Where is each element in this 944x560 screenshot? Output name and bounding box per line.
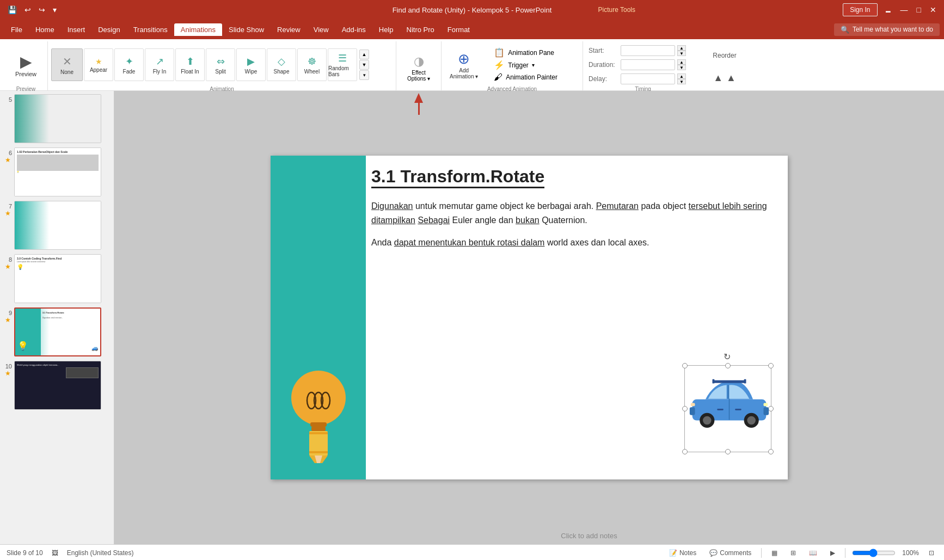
duration-down-arrow[interactable]: ▼ [677,65,686,70]
slide-thumb-7[interactable]: 7 ★ [2,200,112,251]
main-area: 5 6 ★ 1.02 Perkenalan BerseObject dan Sc… [0,91,944,544]
car-container[interactable]: ↻ [684,365,771,452]
svg-rect-24 [744,379,746,384]
slide-view-icon: 🖼 [52,549,58,557]
wheel-label: Wheel [304,69,320,75]
split-icon: ⇔ [217,56,225,67]
menu-home[interactable]: Home [29,23,61,36]
delay-input[interactable] [621,73,675,84]
status-divider-2 [845,548,845,558]
effect-options-button[interactable]: ◑ Effect Options ▾ [400,50,438,87]
scroll-more-button[interactable]: ▾ [359,70,369,80]
move-earlier-button[interactable]: ▲ [713,72,723,84]
delay-down-arrow[interactable]: ▼ [677,79,686,84]
normal-view-button[interactable]: ▦ [768,548,781,558]
delay-label: Delay: [589,75,618,83]
tell-me-box[interactable]: 🔍 Tell me what you want to do [834,23,940,36]
svg-rect-5 [311,427,326,431]
add-notes-prompt[interactable]: Click to add notes [234,532,944,540]
handle-bottom-left[interactable] [682,449,688,454]
animation-fade-button[interactable]: ✦ Fade [114,48,144,81]
animation-appear-button[interactable]: ★ Appear [84,48,113,81]
handle-top-center[interactable] [725,363,731,368]
handle-top-left[interactable] [682,363,688,368]
customize-icon[interactable]: ▾ [51,4,59,15]
trigger-button[interactable]: ⚡ Trigger ▾ [492,59,560,71]
menu-slideshow[interactable]: Slide Show [222,23,271,36]
menu-addins[interactable]: Add-ins [335,23,372,36]
menu-file[interactable]: File [4,23,29,36]
svg-point-19 [747,416,756,425]
menu-review[interactable]: Review [271,23,307,36]
delay-up-arrow[interactable]: ▲ [677,73,686,79]
sign-in-button[interactable]: Sign In [843,3,877,16]
slide-star-9: ★ [5,316,11,324]
start-down-arrow[interactable]: ▼ [677,51,686,56]
animation-pane-button[interactable]: 📋 Animation Pane [492,46,560,59]
menu-help[interactable]: Help [372,23,400,36]
slide-thumb-6[interactable]: 6 ★ 1.02 Perkenalan BerseObject dan Scal… [2,146,112,198]
handle-bottom-center[interactable] [725,449,731,454]
split-label: Split [215,69,225,75]
animation-painter-button[interactable]: 🖌 Animation Painter [492,71,560,83]
animation-randombars-button[interactable]: ☰ Random Bars [328,48,357,81]
maximize-icon[interactable]: □ [915,4,923,15]
slide-count: Slide 9 of 10 [7,549,43,557]
animation-wipe-button[interactable]: ▶ Wipe [236,48,266,81]
scroll-down-button[interactable]: ▼ [359,60,369,70]
animation-pane-icon: 📋 [494,47,505,58]
slide-thumb-8[interactable]: 8 ★ 3.0 Contoh Coding Transform.Find Lor… [2,253,112,304]
menu-format[interactable]: Format [441,23,476,36]
duration-input[interactable] [621,59,675,70]
comments-button[interactable]: 💬 Comments [706,548,755,558]
slide-thumb-9[interactable]: 9 ★ 3.1 Transform.Rotate Digunakan untuk… [2,306,112,358]
preview-button[interactable]: ▶ Preview [11,51,41,79]
animation-floatin-button[interactable]: ⬆ Float In [175,48,205,81]
appear-label: Appear [90,67,107,73]
menu-view[interactable]: View [307,23,335,36]
undo-icon[interactable]: ↩ [22,4,33,15]
slide-num-9: 9 [3,310,12,316]
slide-sorter-button[interactable]: ⊞ [787,548,799,558]
slide-thumb-5[interactable]: 5 [2,93,112,144]
wipe-icon: ▶ [247,56,255,67]
menu-insert[interactable]: Insert [61,23,92,36]
menu-animations[interactable]: Animations [174,23,222,36]
move-later-button[interactable]: ▲ [726,72,736,84]
tell-me-label: Tell me what you want to do [853,26,933,33]
minimize-icon[interactable]: — [898,4,910,15]
ribbon-collapse-icon[interactable]: 🗕 [882,4,894,15]
svg-point-17 [703,416,712,425]
animation-shape-button[interactable]: ◇ Shape [267,48,296,81]
slide-title: 3.1 Transform.Rotate [371,167,544,188]
duration-arrows: ▲ ▼ [677,59,686,70]
svg-rect-10 [309,432,328,434]
add-animation-button[interactable]: ⊕ Add Animation ▾ [445,46,483,83]
notes-button[interactable]: 📝 Notes [666,548,700,558]
scroll-up-button[interactable]: ▲ [359,50,369,59]
start-up-arrow[interactable]: ▲ [677,45,686,51]
zoom-slider[interactable] [852,549,896,557]
rotate-handle[interactable]: ↻ [724,352,731,362]
fit-slide-button[interactable]: ⊡ [925,548,937,558]
animation-split-button[interactable]: ⇔ Split [206,48,235,81]
animation-flyin-button[interactable]: ↗ Fly In [145,48,174,81]
reading-view-button[interactable]: 📖 [806,548,820,558]
handle-top-right[interactable] [768,363,774,368]
menu-transitions[interactable]: Transitions [127,23,174,36]
comments-icon: 💬 [709,549,718,557]
menu-nitropro[interactable]: Nitro Pro [400,23,441,36]
save-icon[interactable]: 💾 [5,4,19,15]
randombars-icon: ☰ [338,52,347,64]
duration-up-arrow[interactable]: ▲ [677,59,686,65]
animation-none-button[interactable]: ✕ None [51,48,83,81]
menu-design[interactable]: Design [91,23,126,36]
slideshow-button[interactable]: ▶ [827,548,838,558]
start-arrows: ▲ ▼ [677,45,686,56]
handle-bottom-right[interactable] [768,449,774,454]
slide-thumb-10[interactable]: 10 ★ World yang menggunakan objek bernam… [2,360,112,411]
redo-icon[interactable]: ↪ [36,4,47,15]
start-input[interactable] [621,45,675,56]
animation-wheel-button[interactable]: ☸ Wheel [297,48,327,81]
close-icon[interactable]: ✕ [928,4,939,15]
